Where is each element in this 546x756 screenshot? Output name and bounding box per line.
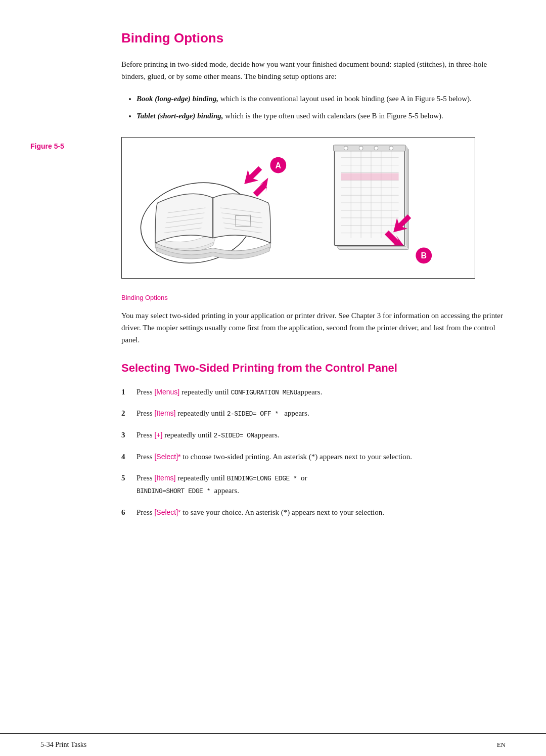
step-content-1: Press [Menus] repeatedly until CONFIGURA…	[136, 386, 506, 398]
figure-box: A	[121, 137, 475, 279]
step-number-4: 4	[121, 451, 136, 463]
footer-right: EN	[497, 741, 506, 749]
figure-illustration: A	[122, 138, 475, 278]
svg-text:A: A	[276, 161, 282, 170]
figure-label-area: Figure 5-5	[30, 142, 111, 151]
ui-items-5: [Items]	[154, 474, 175, 482]
mono-2sided-off: 2-SIDED= OFF *	[227, 410, 279, 418]
figure-section: Figure 5-5	[121, 137, 506, 279]
step-content-6: Press [Select]* to save your choice. An …	[136, 506, 506, 518]
step-content-5: Press [Items] repeatedly until BINDING=L…	[136, 472, 506, 497]
step-content-2: Press [Items] repeatedly until 2-SIDED= …	[136, 407, 506, 420]
term-tablet: Tablet (short-edge) binding,	[136, 112, 223, 120]
term-book: Book (long-edge) binding,	[136, 95, 218, 103]
svg-rect-36	[341, 173, 398, 180]
ui-items-2: [Items]	[154, 409, 175, 417]
step-number-5: 5	[121, 472, 136, 484]
step-number-3: 3	[121, 429, 136, 441]
figure-label: Figure 5-5	[30, 142, 64, 150]
step-6: 6 Press [Select]* to save your choice. A…	[121, 506, 506, 518]
footer-left: 5-34 Print Tasks	[40, 741, 86, 749]
svg-point-41	[389, 146, 393, 150]
footer: 5-34 Print Tasks EN	[0, 733, 546, 756]
mono-binding-long: BINDING=LONG EDGE *	[227, 475, 297, 482]
intro-paragraph: Before printing in two-sided mode, decid…	[121, 58, 506, 82]
content-area: Binding Options Before printing in two-s…	[121, 30, 506, 518]
svg-point-39	[359, 146, 363, 150]
svg-text:B: B	[421, 251, 426, 260]
tablet-description: which is the type often used with calend…	[225, 112, 443, 120]
bullet-list: Book (long-edge) binding, which is the c…	[121, 93, 506, 122]
step-content-3: Press [+] repeatedly until 2-SIDED= ONap…	[136, 429, 506, 441]
step-number-2: 2	[121, 407, 136, 419]
mono-2sided-on: 2-SIDED= ON	[214, 432, 254, 439]
figure-caption: Binding Options	[121, 294, 506, 301]
steps-list: 1 Press [Menus] repeatedly until CONFIGU…	[121, 386, 506, 518]
ui-select-6: [Select]*	[154, 508, 180, 516]
mono-config-menu: CONFIGURATION MENU	[231, 389, 297, 396]
step-5: 5 Press [Items] repeatedly until BINDING…	[121, 472, 506, 497]
step-number-1: 1	[121, 386, 136, 398]
mono-binding-short: BINDING=SHORT EDGE *	[136, 487, 210, 495]
ui-plus-3: [+]	[154, 431, 162, 439]
ui-menus-1: [Menus]	[154, 388, 179, 396]
svg-point-40	[374, 146, 378, 150]
list-item: Tablet (short-edge) binding, which is th…	[136, 110, 506, 122]
step-number-6: 6	[121, 506, 136, 518]
page-title: Binding Options	[121, 30, 506, 46]
book-description: which is the conventional layout used in…	[220, 95, 472, 103]
section-heading: Selecting Two-Sided Printing from the Co…	[121, 361, 506, 376]
step-1: 1 Press [Menus] repeatedly until CONFIGU…	[121, 386, 506, 398]
step-3: 3 Press [+] repeatedly until 2-SIDED= ON…	[121, 429, 506, 441]
step-content-4: Press [Select]* to choose two-sided prin…	[136, 451, 506, 463]
ui-select-4: [Select]*	[154, 453, 180, 461]
page-container: Binding Options Before printing in two-s…	[0, 0, 546, 756]
list-item: Book (long-edge) binding, which is the c…	[136, 93, 506, 105]
step-2: 2 Press [Items] repeatedly until 2-SIDED…	[121, 407, 506, 420]
svg-point-38	[344, 146, 348, 150]
body-paragraph: You may select two-sided printing in you…	[121, 309, 506, 346]
step-4: 4 Press [Select]* to choose two-sided pr…	[121, 451, 506, 463]
